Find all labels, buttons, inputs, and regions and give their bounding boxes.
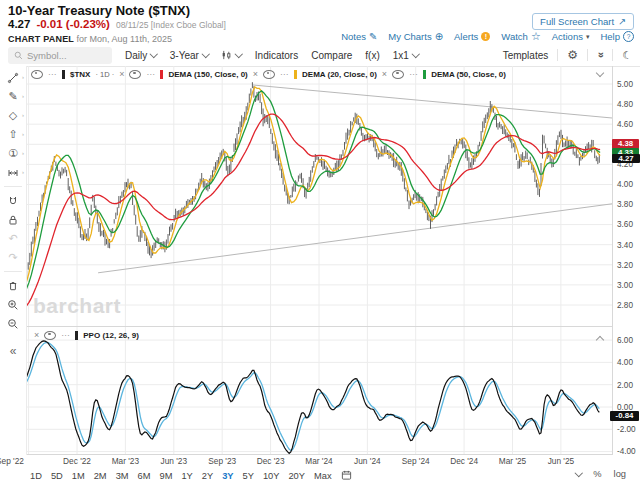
more-options-icon[interactable]: ⋯ (409, 70, 418, 79)
external-link-icon: ↗ (618, 16, 626, 27)
plus-circle-icon: ⊕ (435, 31, 443, 42)
ppo-legend-label: PPO (12, 26, 9) (83, 331, 139, 340)
remove-indicator-icon[interactable]: × (253, 69, 258, 79)
layout-dropdown[interactable]: 1x1 (393, 50, 419, 61)
my-charts-link[interactable]: My Charts⊕ (388, 31, 443, 42)
quote-row: 4.27 -0.01 (-0.23%) 08/11/25 [Index Cboe… (8, 18, 226, 30)
full-screen-chart-button[interactable]: Full Screen Chart ↗ (532, 13, 634, 30)
range-button-3y[interactable]: 3Y (222, 471, 233, 481)
chevron-down-icon[interactable] (575, 469, 583, 477)
divider (557, 49, 558, 61)
notes-link[interactable]: Notes✎ (341, 31, 377, 42)
redo-button[interactable]: ↷ (5, 250, 21, 265)
range-button-2y[interactable]: 2Y (202, 471, 213, 481)
series-color-bar (423, 70, 426, 79)
range-button-1m[interactable]: 1M (72, 471, 85, 481)
chart-type-dropdown[interactable] (221, 49, 242, 61)
draw-tool[interactable]: ✎› (5, 89, 21, 104)
symbol-search-input[interactable]: Symbol... (8, 47, 112, 64)
range-button-20y[interactable]: 20Y (288, 471, 305, 481)
indicator-legend-label: DEMA (20, Close, 0) (302, 70, 377, 79)
period-dropdown[interactable]: Daily (125, 50, 157, 61)
more-options-icon[interactable]: ⋯ (61, 331, 70, 340)
divider (4, 186, 22, 187)
zoom-out-button[interactable] (5, 316, 21, 331)
alerts-link[interactable]: Alerts! (454, 31, 490, 42)
svg-text:2.80: 2.80 (617, 301, 633, 310)
series-color-bar (62, 70, 65, 79)
remove-indicator-icon[interactable]: × (34, 330, 39, 340)
fx-button[interactable]: f(x) (365, 50, 379, 61)
more-options-icon[interactable]: ⋯ (146, 70, 155, 79)
log-scale-button[interactable]: log (614, 469, 626, 479)
chevron-down-icon (412, 50, 420, 58)
delete-drawings-button[interactable] (5, 278, 21, 293)
chart-panel-row: CHART PANEL for Mon, Aug 11th, 2025 (8, 34, 172, 44)
divider (4, 271, 22, 272)
undo-button[interactable]: ↶ (5, 231, 21, 246)
chart-toolbar: Symbol... Daily 3-Year Indicators Compar… (8, 44, 418, 66)
actions-link[interactable]: Actions▾ (552, 31, 590, 42)
more-options-icon[interactable]: ⋯ (280, 70, 289, 79)
range-dropdown[interactable]: 3-Year (170, 50, 209, 61)
templates-button[interactable]: Templates (503, 50, 549, 61)
range-button-5y[interactable]: 5Y (243, 471, 254, 481)
toolbar-right: Templates ⚙ « ☾ (503, 48, 632, 62)
range-button-3m[interactable]: 3M (116, 471, 129, 481)
eye-icon[interactable] (392, 70, 404, 79)
range-button-9m[interactable]: 9M (159, 471, 172, 481)
eye-icon[interactable] (129, 70, 141, 79)
settings-gear-icon[interactable]: ⚙ (567, 48, 578, 62)
svg-text:5.00: 5.00 (617, 80, 633, 89)
svg-text:6.00: 6.00 (617, 336, 633, 345)
range-button-max[interactable]: Max (314, 471, 332, 481)
x-axis-label: Jun '23 (161, 456, 188, 466)
lock-tool[interactable] (5, 212, 21, 227)
more-options-icon[interactable]: ⋯ (48, 70, 57, 79)
calendar-icon[interactable] (341, 469, 352, 483)
eye-icon[interactable] (31, 70, 43, 79)
magnet-tool[interactable] (5, 193, 21, 208)
x-axis-label: Mar '24 (305, 456, 332, 466)
eye-icon[interactable] (263, 70, 275, 79)
dark-mode-icon[interactable]: ☾ (622, 49, 632, 62)
x-axis-label: Dec '24 (450, 456, 478, 466)
svg-text:4.80: 4.80 (617, 100, 633, 109)
indicators-button[interactable]: Indicators (255, 50, 298, 61)
compare-button[interactable]: Compare (311, 50, 352, 61)
range-button-6m[interactable]: 6M (138, 471, 151, 481)
range-button-1y[interactable]: 1Y (181, 471, 192, 481)
series-color-bar (75, 331, 78, 340)
arrow-tool[interactable]: ⇧› (5, 127, 21, 142)
ppo-value-label: -0.84 (610, 411, 639, 421)
interval-legend-label: · 1D · (95, 70, 114, 79)
svg-text:-2.00: -2.00 (617, 425, 636, 434)
price-change: -0.01 (-0.23%) (36, 18, 110, 30)
chart-plot-area[interactable]: 5.004.804.604.404.204.003.803.603.403.20… (0, 66, 640, 455)
percent-scale-button[interactable]: % (593, 469, 601, 479)
eye-icon[interactable] (44, 331, 56, 340)
remove-indicator-icon[interactable]: × (382, 69, 387, 79)
svg-text:3.20: 3.20 (617, 261, 633, 270)
range-button-1d[interactable]: 1D (30, 471, 42, 481)
range-button-5d[interactable]: 5D (51, 471, 63, 481)
annotation-tool[interactable]: ①› (5, 146, 21, 161)
chevron-down-icon (235, 50, 243, 58)
series-color-bar (160, 70, 163, 79)
shapes-tool[interactable]: ◇› (5, 108, 21, 123)
help-link[interactable]: Help? (600, 31, 634, 42)
indicator-legend-label: DEMA (50, Close, 0) (431, 70, 506, 79)
watch-link[interactable]: Watch☆ (501, 30, 540, 43)
x-axis-label: Dec '23 (257, 456, 285, 466)
range-selector: 1D5D1M2M3M6M9M1Y2Y3Y5Y10Y20YMax (30, 469, 352, 483)
remove-indicator-icon[interactable]: × (119, 69, 124, 79)
measure-tool[interactable]: › (5, 165, 21, 180)
collapse-toolbar-icon[interactable]: « (594, 52, 606, 58)
x-axis-label: Jun '25 (548, 456, 575, 466)
trendline-tool[interactable]: › (5, 70, 21, 85)
collapse-tools-icon[interactable]: « (5, 343, 21, 358)
zoom-in-button[interactable] (5, 297, 21, 312)
range-button-2m[interactable]: 2M (94, 471, 107, 481)
range-button-10y[interactable]: 10Y (263, 471, 280, 481)
chevron-down-icon (202, 50, 210, 58)
